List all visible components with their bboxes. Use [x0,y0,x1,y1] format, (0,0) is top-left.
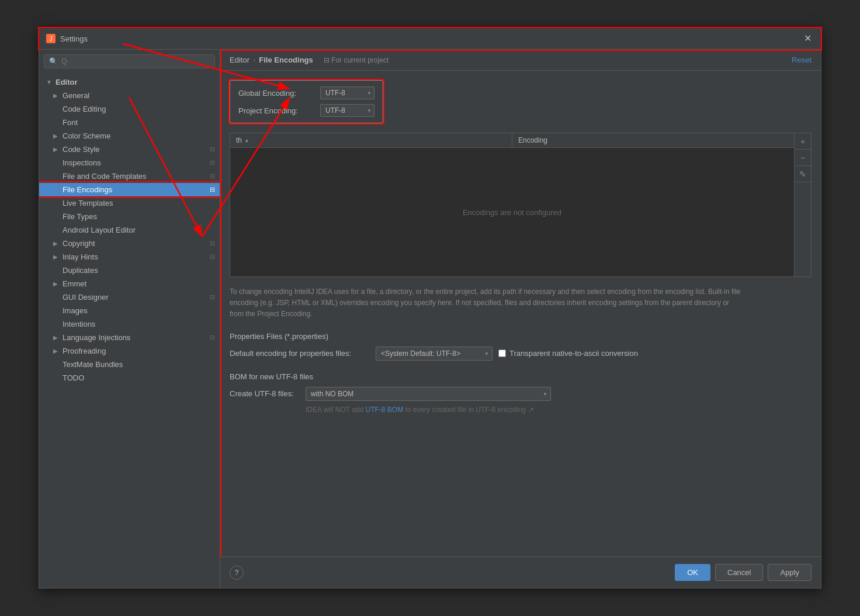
reset-link[interactable]: Reset [792,56,812,64]
cancel-button[interactable]: Cancel [715,564,763,581]
expand-icon: ▶ [53,146,60,153]
expand-icon [53,119,60,126]
encoding-column-header[interactable]: Encoding [512,133,794,147]
expand-icon: ▶ [53,334,60,341]
project-encoding-row: Project Encoding: UTF-8 UTF-16 ISO-8859-… [238,104,374,117]
properties-section: Properties Files (*.properties) Default … [230,332,812,361]
table-main: th ▲ Encoding Encodings are not configur… [230,133,794,276]
project-link: ⊟ For current project [324,56,389,64]
table-action-buttons: + − ✎ [794,133,811,276]
sidebar-item-proofreading[interactable]: ▶ Proofreading [39,344,220,358]
breadcrumb-separator: › [253,56,255,64]
bom-link[interactable]: UTF-8 BOM [365,406,403,414]
sidebar-item-live-templates[interactable]: Live Templates [39,196,220,210]
bom-section-title: BOM for new UTF-8 files [230,372,812,381]
sidebar-label-duplicates: Duplicates [63,266,98,275]
close-button[interactable]: ✕ [802,33,814,44]
sidebar-label-code-editing: Code Editing [63,105,106,113]
sidebar-item-inlay-hints[interactable]: ▶ Inlay Hints ⊟ [39,250,220,264]
expand-icon: ▶ [53,240,60,247]
ok-button[interactable]: OK [675,564,710,581]
expand-icon [53,213,60,220]
sidebar-label-proofreading: Proofreading [63,347,106,355]
copy-icon: ⊟ [210,186,215,193]
global-encoding-select-wrapper: UTF-8 UTF-16 ISO-8859-1 [320,86,374,99]
sidebar-tree: ▼ Editor ▶ General Code Editing Font [39,73,220,588]
sidebar-item-editor[interactable]: ▼ Editor [39,75,220,89]
apply-button[interactable]: Apply [768,564,812,581]
footer-buttons: OK Cancel Apply [675,564,812,581]
sidebar-item-todo[interactable]: TODO [39,371,220,385]
dialog-title: Settings [60,34,88,43]
expand-icon: ▶ [53,254,60,260]
properties-row: Default encoding for properties files: <… [230,347,812,361]
transparent-label[interactable]: Transparent native-to-ascii conversion [509,349,638,358]
expand-icon [53,294,60,300]
content-area: Global Encoding: UTF-8 UTF-16 ISO-8859-1… [220,71,821,556]
sidebar-item-emmet[interactable]: ▶ Emmet [39,277,220,290]
remove-encoding-button[interactable]: − [795,150,811,166]
expand-icon [53,307,60,314]
help-button[interactable]: ? [230,566,244,580]
sidebar-item-intentions[interactable]: Intentions [39,317,220,331]
default-encoding-label: Default encoding for properties files: [230,349,370,358]
bom-note-text: IDEA will NOT add [306,406,365,414]
sidebar-item-code-editing[interactable]: Code Editing [39,102,220,116]
search-input[interactable] [61,57,210,65]
sidebar-item-textmate-bundles[interactable]: TextMate Bundles [39,358,220,371]
search-box[interactable]: 🔍 [44,54,215,68]
copy-icon: ⊟ [210,172,215,180]
sidebar-label-live-templates: Live Templates [63,199,113,207]
sidebar-item-copyright[interactable]: ▶ Copyright ⊟ [39,237,220,250]
expand-icon [53,200,60,206]
sidebar-item-file-code-templates[interactable]: File and Code Templates ⊟ [39,169,220,183]
main-content: Editor › File Encodings ⊟ For current pr… [220,50,821,588]
add-encoding-button[interactable]: + [795,133,811,150]
copy-icon: ⊟ [210,334,215,341]
sidebar-label-images: Images [63,306,88,315]
sidebar-item-general[interactable]: ▶ General [39,89,220,102]
path-column-header[interactable]: th ▲ [230,133,512,147]
expand-icon [53,186,60,193]
sidebar-label-gui-designer: GUI Designer [63,293,109,302]
copy-icon: ⊟ [210,293,215,301]
bom-select[interactable]: with NO BOM with BOM with BOM if needed [306,387,551,401]
encodings-table: th ▲ Encoding Encodings are not configur… [230,133,812,277]
breadcrumb-bar: Editor › File Encodings ⊟ For current pr… [220,50,821,71]
sidebar-item-file-encodings[interactable]: File Encodings ⊟ [39,183,220,196]
sidebar-item-font[interactable]: Font [39,116,220,129]
global-encoding-select[interactable]: UTF-8 UTF-16 ISO-8859-1 [320,86,374,99]
sidebar-label-file-types: File Types [63,212,97,221]
bom-select-wrapper: with NO BOM with BOM with BOM if needed [306,387,551,401]
sidebar-label-file-encodings: File Encodings [63,185,112,194]
project-encoding-select[interactable]: UTF-8 UTF-16 ISO-8859-1 [320,104,374,117]
sort-icon: ▲ [244,137,249,143]
edit-encoding-button[interactable]: ✎ [795,166,811,182]
encoding-section: Global Encoding: UTF-8 UTF-16 ISO-8859-1… [230,80,383,123]
app-icon: J [46,34,56,43]
info-text: To change encoding IntelliJ IDEA uses fo… [230,286,744,320]
sidebar-item-file-types[interactable]: File Types [39,210,220,223]
sidebar-item-duplicates[interactable]: Duplicates [39,264,220,277]
sidebar-item-inspections[interactable]: Inspections ⊟ [39,156,220,169]
expand-icon [53,227,60,233]
sidebar-label-copyright: Copyright [63,239,95,248]
default-encoding-select[interactable]: <System Default: UTF-8> UTF-8 ISO-8859-1 [376,347,493,361]
sidebar-item-gui-designer[interactable]: GUI Designer ⊟ [39,290,220,304]
sidebar-item-code-style[interactable]: ▶ Code Style ⊟ [39,143,220,156]
sidebar-item-android-layout-editor[interactable]: Android Layout Editor [39,223,220,237]
sidebar-item-color-scheme[interactable]: ▶ Color Scheme [39,129,220,143]
default-encoding-select-wrapper: <System Default: UTF-8> UTF-8 ISO-8859-1 [376,347,493,361]
sidebar-label-color-scheme: Color Scheme [63,131,110,140]
sidebar-item-images[interactable]: Images [39,304,220,317]
copy-icon: ⊟ [210,146,215,153]
transparent-checkbox[interactable] [498,349,506,357]
sidebar-label-general: General [63,91,89,100]
sidebar-item-language-injections[interactable]: ▶ Language Injections ⊟ [39,331,220,344]
sidebar-label-editor: Editor [56,78,78,86]
expand-icon [53,375,60,381]
expand-icon: ▶ [53,92,60,99]
table-empty-message: Encodings are not configured [463,208,561,217]
dialog-footer: ? OK Cancel Apply [220,556,821,588]
expand-icon [53,361,60,368]
